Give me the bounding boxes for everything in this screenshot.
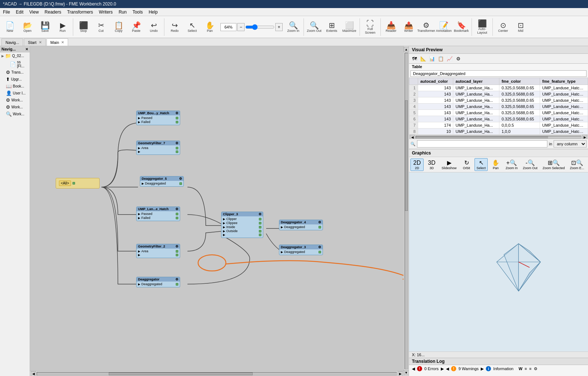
menu-item-readers[interactable]: Readers bbox=[42, 9, 64, 15]
toolbar-btn-annotation[interactable]: 📝Annotation bbox=[435, 18, 452, 37]
toolbar-btn-run[interactable]: ▶Run bbox=[54, 18, 71, 37]
graphics-view[interactable] bbox=[409, 172, 588, 351]
workflow-node-deaggregator_3[interactable]: Deaggregator_3 ⚙ ▶ Deaggregated bbox=[279, 245, 323, 255]
gfx-btn-zoom-out[interactable]: -🔍Zoom Out bbox=[521, 158, 539, 171]
toolbar-btn-center[interactable]: ⊙Center bbox=[495, 18, 511, 37]
port-dot[interactable] bbox=[176, 150, 178, 153]
port-dot[interactable] bbox=[319, 226, 321, 228]
gfx-btn-select[interactable]: ↖Select bbox=[475, 158, 488, 171]
menu-item-edit[interactable]: Edit bbox=[13, 9, 26, 15]
workflow-node-ump_bou_hatch[interactable]: UMP_Bou...y_Hatch ⚙ ▶ Passed ▶ Failed bbox=[136, 111, 180, 125]
gfx-btn-slideshow[interactable]: ▶Slideshow bbox=[440, 158, 458, 171]
tlog-next[interactable]: ▶ bbox=[441, 366, 444, 371]
port-dot[interactable] bbox=[259, 230, 261, 232]
menu-item-writers[interactable]: Writers bbox=[96, 9, 116, 15]
port-dot[interactable] bbox=[259, 226, 261, 228]
toolbar-btn-undo[interactable]: ↩Undo bbox=[145, 18, 162, 37]
scroll-up[interactable]: ▲ bbox=[404, 47, 409, 52]
menu-item-tools[interactable]: Tools bbox=[130, 9, 146, 15]
nav-item[interactable]: 📄 ss [FI... bbox=[0, 59, 30, 69]
toolbar-btn-pan[interactable]: ✋Pan bbox=[201, 18, 218, 37]
menu-item-transformers[interactable]: Transformers bbox=[64, 9, 96, 15]
toolbar-btn-writer[interactable]: 📤Writer bbox=[400, 18, 417, 37]
port-dot[interactable] bbox=[176, 217, 178, 219]
toolbar-btn-copy[interactable]: 📋Copy bbox=[110, 18, 127, 37]
nav-item[interactable]: 📖 Book... bbox=[0, 83, 30, 90]
nav-item[interactable]: ▶ 📁 Q_02... bbox=[0, 52, 30, 59]
port-dot[interactable] bbox=[179, 182, 182, 185]
toolbar-btn-extents[interactable]: ⊞Extents bbox=[323, 18, 340, 37]
port-dot[interactable] bbox=[176, 254, 178, 256]
toolbar-btn-redo[interactable]: ↪Redo bbox=[166, 18, 183, 37]
tab-start[interactable]: Start✕ bbox=[24, 38, 45, 46]
tlog-next2[interactable]: ▶ bbox=[481, 366, 484, 371]
table-row[interactable]: 6 143 UMP_Landuse_Ha... 0.325,0.5688,0.6… bbox=[409, 116, 588, 122]
table-row[interactable]: 7 174 UMP_Landuse_Ha... 0,0,0.5 UMP_Land… bbox=[409, 122, 588, 129]
toolbar-btn-full-screen[interactable]: ⛶Full Screen bbox=[362, 18, 379, 37]
workflow-node-geometry_filter_7[interactable]: GeometryFilter_7 ⚙ ▶ Area ▶ bbox=[136, 141, 180, 155]
workflow-node-ump_lane_hatch[interactable]: UMP_Lan...e_Hatch ⚙ ▶ Passed ▶ Failed bbox=[136, 206, 180, 221]
port-dot[interactable] bbox=[259, 218, 261, 220]
port-dot[interactable] bbox=[176, 117, 178, 119]
menu-item-help[interactable]: Help bbox=[146, 9, 161, 15]
zoom-minus[interactable]: − bbox=[237, 23, 245, 31]
tab-close[interactable]: ✕ bbox=[61, 40, 64, 44]
port-dot[interactable] bbox=[176, 283, 178, 286]
search-input[interactable] bbox=[417, 140, 547, 148]
vp-icon5[interactable]: 📈 bbox=[446, 55, 454, 63]
workflow-node-clipper_3[interactable]: Clipper_3 ⚙ ▶ Clipper ▶ Clippee ▶ Inside… bbox=[221, 212, 263, 238]
tab-navig---[interactable]: Navig... bbox=[1, 38, 23, 46]
workflow-node-geometry_filter_2[interactable]: GeometryFilter_2 ⚙ ▶ Area ▶ bbox=[136, 244, 180, 258]
port-dot[interactable] bbox=[176, 121, 178, 123]
toolbar-btn-reader[interactable]: 📥Reader bbox=[383, 18, 399, 37]
gfx-btn-zoom-in[interactable]: +🔍Zoom In bbox=[504, 158, 520, 171]
search-column-select[interactable]: any column bbox=[554, 140, 587, 148]
port-dot[interactable] bbox=[72, 182, 75, 185]
col-autocad-layer[interactable]: autocad_layer bbox=[453, 78, 499, 85]
table-row[interactable]: 8 10 UMP_Landuse_Ha... 1,0,0 UMP_Landuse… bbox=[409, 129, 588, 135]
canvas-vscroll[interactable]: ▲ ▼ bbox=[403, 46, 409, 376]
gfx-btn-zoom-e...[interactable]: ⊡🔍Zoom E... bbox=[568, 158, 586, 171]
nav-item[interactable]: ⚙ Work... bbox=[0, 97, 30, 104]
workflow-node-deaggregator_4[interactable]: Deaggregator_4 ⚙ ▶ Deaggregated bbox=[279, 220, 323, 230]
vp-icon2[interactable]: 📐 bbox=[419, 55, 427, 63]
table-row[interactable]: 5 143 UMP_Landuse_Ha... 0.325,0.5688,0.6… bbox=[409, 110, 588, 116]
port-dot[interactable] bbox=[176, 213, 178, 215]
tab-main[interactable]: Main✕ bbox=[46, 38, 68, 46]
workflow-canvas[interactable]: <All> UMP_Bou...y_Hatch ⚙ ▶ Passed ▶ Fai… bbox=[30, 46, 403, 371]
toolbar-btn-zoom-out[interactable]: 🔍Zoom Out bbox=[306, 18, 323, 37]
canvas-hscroll[interactable]: ◀ ▶ bbox=[30, 371, 403, 376]
toolbar-btn-save[interactable]: 💾Save bbox=[37, 18, 53, 37]
tlog-prev2[interactable]: ◀ bbox=[446, 366, 449, 371]
workflow-node-deaggregator_5[interactable]: Deaggregator_5 ⚙ ▶ Deaggregated bbox=[140, 176, 184, 187]
workflow-node-deaggregator[interactable]: Deaggregator ⚙ ▶ Deaggregated bbox=[136, 277, 180, 287]
gfx-btn-2d[interactable]: 2D2D bbox=[410, 159, 424, 171]
toolbar-btn-paste[interactable]: 📌Paste bbox=[128, 18, 145, 37]
nav-item[interactable]: 🔍 Work... bbox=[0, 111, 30, 118]
scroll-down[interactable]: ▼ bbox=[404, 370, 409, 375]
nav-item[interactable]: ⚙ Work... bbox=[0, 104, 30, 111]
menu-item-view[interactable]: View bbox=[26, 9, 42, 15]
zoom-input[interactable] bbox=[220, 23, 237, 31]
tlog-prev[interactable]: ◀ bbox=[412, 366, 415, 371]
port-dot[interactable] bbox=[259, 222, 261, 224]
table-row[interactable]: 2 143 UMP_Landuse_Ha... 0.325,0.5688,0.6… bbox=[409, 91, 588, 97]
toolbar-btn-maximize[interactable]: ⬜Maximize bbox=[341, 18, 358, 37]
toolbar-btn-zoom-in[interactable]: 🔍Zoom In bbox=[285, 18, 302, 37]
gfx-btn-pan[interactable]: ✋Pan bbox=[489, 158, 502, 171]
toolbar-btn-mid[interactable]: ⊡Mid bbox=[512, 18, 529, 37]
vp-icon3[interactable]: 📊 bbox=[428, 55, 436, 63]
menu-item-file[interactable]: File bbox=[0, 9, 13, 15]
vp-icon6[interactable]: ⚙ bbox=[454, 55, 462, 63]
gfx-btn-3d[interactable]: 3D3D bbox=[425, 159, 438, 171]
toolbar-btn-new[interactable]: 📄New bbox=[1, 18, 18, 37]
tab-close[interactable]: ✕ bbox=[39, 40, 42, 44]
toolbar-btn-stop[interactable]: ⬛Stop bbox=[75, 18, 92, 37]
table-row[interactable]: 4 143 UMP_Landuse_Ha... 0.325,0.5688,0.6… bbox=[409, 104, 588, 110]
nav-item[interactable]: 👤 User I... bbox=[0, 90, 30, 97]
table-row[interactable]: 1 143 UMP_Landuse_Ha... 0.325,0.5688,0.6… bbox=[409, 85, 588, 91]
port-dot[interactable] bbox=[319, 251, 321, 253]
toolbar-btn-select[interactable]: ↖Select bbox=[184, 18, 201, 37]
col-autocad-color[interactable]: autocad_color bbox=[418, 78, 453, 85]
port-dot[interactable] bbox=[259, 234, 261, 236]
